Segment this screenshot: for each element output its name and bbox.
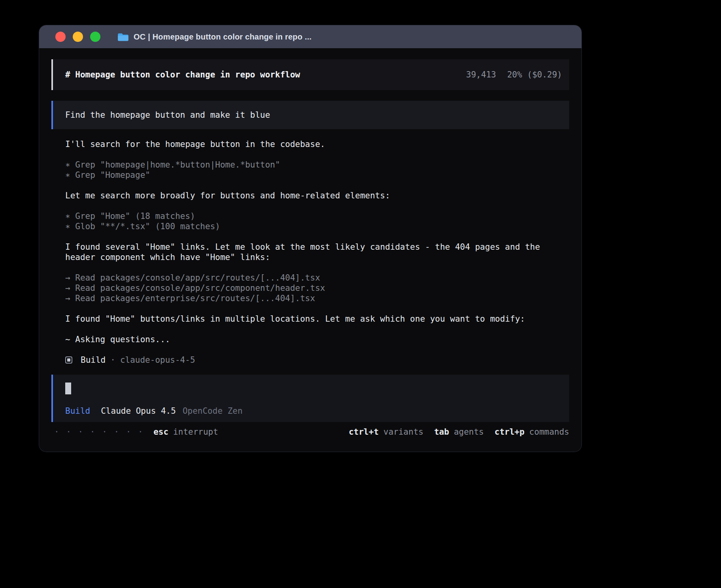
tool-call-line: ∗ Grep "Homepage" (65, 170, 569, 180)
assistant-text-line: I found "Home" buttons/links in multiple… (65, 314, 569, 324)
minimize-button[interactable] (73, 32, 83, 42)
window-title: OC | Homepage button color change in rep… (134, 32, 311, 41)
agent-build-icon (65, 356, 72, 364)
spinner-dots: · · · · · · · · (54, 427, 144, 437)
tool-call-line: → Read packages/console/app/src/componen… (65, 283, 569, 293)
traffic-lights (55, 32, 100, 42)
shortcut-interrupt: esc interrupt (153, 427, 218, 437)
shortcut-label: interrupt (173, 427, 218, 437)
agent-name: Build (81, 355, 106, 365)
tool-call-line: → Read packages/console/app/src/routes/[… (65, 273, 569, 283)
shortcut-label: commands (529, 427, 569, 437)
blank-line (65, 324, 569, 334)
folder-icon (118, 32, 128, 41)
blank-line (65, 303, 569, 314)
context-cost: 20% ($0.29) (507, 70, 562, 79)
agent-model: claude-opus-4-5 (120, 355, 195, 365)
agent-status-row: Build · claude-opus-4-5 (65, 355, 569, 365)
input-meta-row: Build Claude Opus 4.5 OpenCode Zen (65, 406, 558, 416)
prompt-input[interactable]: Build Claude Opus 4.5 OpenCode Zen (51, 375, 569, 422)
assistant-text-line: Let me search more broadly for buttons a… (65, 190, 569, 201)
assistant-text-line: header component which have "Home" links… (65, 252, 569, 262)
window-title-group: OC | Homepage button color change in rep… (118, 32, 311, 41)
terminal-body: # Homepage button color change in repo w… (39, 48, 581, 438)
shortcut-label: agents (454, 427, 484, 437)
blank-line (65, 232, 569, 242)
assistant-output: I'll search for the homepage button in t… (51, 129, 569, 345)
provider-label: OpenCode Zen (183, 406, 243, 416)
assistant-status-line: ~ Asking questions... (65, 334, 569, 345)
blank-line (65, 149, 569, 160)
desktop-background: OC | Homepage button color change in rep… (0, 0, 721, 588)
status-bar: · · · · · · · · esc interrupt ctrl+t var… (51, 426, 569, 438)
shortcut-commands: ctrl+p commands (495, 427, 569, 437)
tool-call-line: ∗ Grep "homepage|home.*button|Home.*butt… (65, 160, 569, 170)
terminal-window: OC | Homepage button color change in rep… (39, 25, 581, 452)
assistant-text-line: I'll search for the homepage button in t… (65, 139, 569, 149)
agent-separator: · (110, 355, 115, 365)
session-stats: 39,413 20% ($0.29) (466, 70, 562, 79)
blank-line (65, 201, 569, 211)
session-header: # Homepage button color change in repo w… (51, 59, 569, 90)
session-title: # Homepage button color change in repo w… (65, 70, 300, 79)
user-message: Find the homepage button and make it blu… (51, 101, 569, 129)
shortcut-key: esc (153, 427, 168, 437)
shortcut-agents: tab agents (434, 427, 484, 437)
window-titlebar: OC | Homepage button color change in rep… (39, 25, 581, 48)
zoom-button[interactable] (90, 32, 100, 42)
blank-line (65, 262, 569, 273)
shortcut-key: ctrl+t (349, 427, 379, 437)
text-cursor (65, 383, 71, 394)
tool-call-line: ∗ Grep "Home" (18 matches) (65, 211, 569, 221)
shortcut-key: tab (434, 427, 449, 437)
blank-line (65, 180, 569, 190)
shortcut-label: variants (383, 427, 423, 437)
tool-call-line: ∗ Glob "**/*.tsx" (100 matches) (65, 221, 569, 232)
token-count: 39,413 (466, 70, 496, 79)
status-bar-right: ctrl+t variants tab agents ctrl+p comman… (349, 427, 569, 437)
status-bar-left: · · · · · · · · esc interrupt (54, 427, 218, 437)
tool-call-line: → Read packages/enterprise/src/routes/[.… (65, 293, 569, 303)
assistant-text-line: I found several "Home" links. Let me loo… (65, 242, 569, 252)
close-button[interactable] (55, 32, 66, 42)
model-label: Claude Opus 4.5 (101, 406, 176, 416)
mode-label: Build (65, 406, 90, 416)
shortcut-key: ctrl+p (495, 427, 525, 437)
user-message-text: Find the homepage button and make it blu… (65, 110, 270, 120)
shortcut-variants: ctrl+t variants (349, 427, 423, 437)
